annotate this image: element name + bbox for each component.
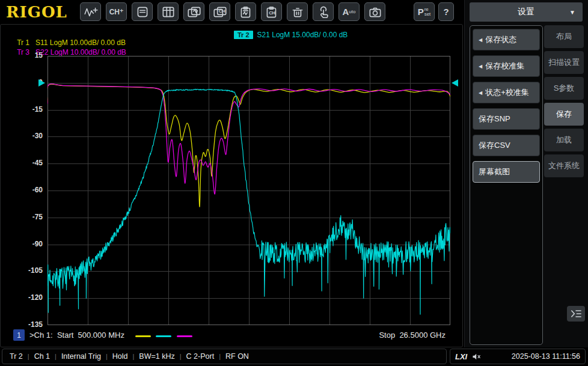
chevron-down-icon: ▼ xyxy=(569,9,575,16)
collapse-menu-button[interactable] xyxy=(567,306,585,322)
channel-add-button[interactable]: CH⁺ xyxy=(106,2,127,21)
y-axis-tick--135: -135 xyxy=(11,320,43,329)
sparam-plot-canvas[interactable] xyxy=(47,56,450,325)
copy-trace-icon xyxy=(238,5,254,19)
svg-text:CH: CH xyxy=(269,10,275,16)
autoscale-icon: Auto xyxy=(343,7,356,17)
tab-3[interactable]: 保存 xyxy=(544,103,584,126)
channel-add-icon: CH⁺ xyxy=(109,8,124,16)
touch-icon xyxy=(316,5,331,19)
copy-trace-button[interactable] xyxy=(235,2,256,21)
y-axis-tick--90: -90 xyxy=(11,240,43,248)
channel-badge[interactable]: 1 xyxy=(13,329,25,341)
trace-new-icon xyxy=(83,5,99,19)
tab-5[interactable]: 文件系统 xyxy=(544,154,584,177)
plot-area[interactable] xyxy=(47,56,450,325)
status-item-0: Tr 2 xyxy=(10,352,23,361)
menu-header-dropdown[interactable]: 设置 ▼ xyxy=(470,2,583,22)
y-axis-tick--105: -105 xyxy=(11,266,43,275)
submenu-item-1[interactable]: ◀保存校准集 xyxy=(473,55,540,77)
datetime-display: 2025-08-13 11:11:56 xyxy=(512,352,580,361)
lxi-logo: LXI xyxy=(455,352,467,361)
display-layout-button[interactable] xyxy=(132,2,153,21)
window-channel-icon: CH xyxy=(212,5,228,19)
status-item-6: RF ON xyxy=(225,352,249,361)
delete-trash-icon xyxy=(290,5,305,19)
status-right-group: LXI 2025-08-13 11:11:56 xyxy=(450,349,586,364)
submenu-item-3[interactable]: 保存SNP xyxy=(473,108,540,130)
tab-1[interactable]: 扫描设置 xyxy=(544,51,584,74)
y-axis-tick--60: -60 xyxy=(11,186,43,194)
trace-new-button[interactable] xyxy=(80,2,101,21)
start-frequency-label: >Ch 1: Start 500.000 MHz xyxy=(29,331,124,340)
display-layout-icon xyxy=(135,5,150,19)
y-axis-tick--75: -75 xyxy=(11,213,43,221)
status-item-4: BW=1 kHz xyxy=(139,352,174,361)
tabs-column: 布局扫描设置S参数保存加载文件系统 xyxy=(544,25,584,180)
trace-swatch-2 xyxy=(177,335,192,337)
help-button[interactable]: ? xyxy=(438,2,454,21)
ref-level-marker-left[interactable] xyxy=(38,79,45,87)
tab-4[interactable]: 加载 xyxy=(544,129,584,151)
window-trace-button[interactable] xyxy=(183,2,204,21)
screenshot-camera-icon xyxy=(367,5,383,19)
stop-frequency-label: Stop 26.5000 GHz xyxy=(361,331,446,340)
y-axis-tick--30: -30 xyxy=(11,132,43,140)
preset-button[interactable]: P re set xyxy=(414,2,435,21)
svg-text:CH: CH xyxy=(218,8,225,14)
status-item-5: C 2-Port xyxy=(186,352,215,361)
submenu-arrow-icon: ◀ xyxy=(479,90,482,96)
tab-0[interactable]: 布局 xyxy=(544,25,584,48)
help-icon: ? xyxy=(443,7,449,17)
window-trace-icon xyxy=(186,5,202,19)
copy-channel-icon: CH xyxy=(264,5,280,19)
preset-icon: P xyxy=(418,7,424,17)
trace-swatch-1 xyxy=(156,335,171,337)
trace2-label-active[interactable]: Tr 2 S21 LogM 15.00dB/ 0.00 dB xyxy=(234,31,348,39)
y-axis-tick--120: -120 xyxy=(11,293,43,302)
y-axis-tick-15: 15 xyxy=(11,51,43,59)
top-toolbar: RIGOL CH⁺CHCHAuto P re set ? xyxy=(0,0,464,24)
measurement-table-icon xyxy=(161,5,176,19)
submenu-item-4[interactable]: 保存CSV xyxy=(473,135,540,156)
submenu-item-2[interactable]: ◀状态+校准集 xyxy=(473,82,540,103)
submenu-item-5[interactable]: 屏幕截图 xyxy=(473,161,540,183)
y-axis-tick--15: -15 xyxy=(11,105,43,114)
rigol-logo: RIGOL xyxy=(6,3,67,21)
y-axis-tick--45: -45 xyxy=(11,159,43,167)
status-left-group: Tr 2|Ch 1|Internal Trig|Hold|BW=1 kHz|C … xyxy=(2,349,447,364)
channel-footer: 1 >Ch 1: Start 500.000 MHz Stop 26.5000 … xyxy=(1,328,464,344)
sparam-chart-window: Tr 1 S11 LogM 10.00dB/ 0.00 dB Tr 3 S22 … xyxy=(0,24,463,347)
screenshot-camera-button[interactable] xyxy=(364,2,385,21)
submenu-item-0[interactable]: ◀保存状态 xyxy=(473,29,540,50)
status-item-2: Internal Trig xyxy=(61,352,101,361)
status-item-3: Hold xyxy=(112,352,128,361)
delete-trash-button[interactable] xyxy=(287,2,308,21)
status-bar: Tr 2|Ch 1|Internal Trig|Hold|BW=1 kHz|C … xyxy=(0,347,588,366)
window-channel-button[interactable]: CH xyxy=(209,2,230,21)
submenu-arrow-icon: ◀ xyxy=(479,64,482,69)
submenu-arrow-icon: ◀ xyxy=(479,37,482,43)
autoscale-button[interactable]: Auto xyxy=(338,2,360,21)
touch-button[interactable] xyxy=(313,2,334,21)
speaker-mute-icon[interactable] xyxy=(472,353,481,361)
menu-title: 设置 xyxy=(518,7,534,17)
settings-panel: 设置 ▼ ◀保存状态◀保存校准集◀状态+校准集保存SNP保存CSV屏幕截图 布局… xyxy=(464,0,588,347)
tab-2[interactable]: S参数 xyxy=(544,77,584,100)
active-trace-badge: Tr 2 xyxy=(234,31,253,39)
status-item-1: Ch 1 xyxy=(34,352,50,361)
collapse-menu-icon xyxy=(569,308,583,319)
trace-swatch-0 xyxy=(135,335,151,337)
submenu-column: ◀保存状态◀保存校准集◀状态+校准集保存SNP保存CSV屏幕截图 xyxy=(470,25,543,345)
copy-channel-button[interactable]: CH xyxy=(261,2,282,21)
ref-level-marker-right[interactable] xyxy=(452,79,458,87)
measurement-table-button[interactable] xyxy=(158,2,179,21)
